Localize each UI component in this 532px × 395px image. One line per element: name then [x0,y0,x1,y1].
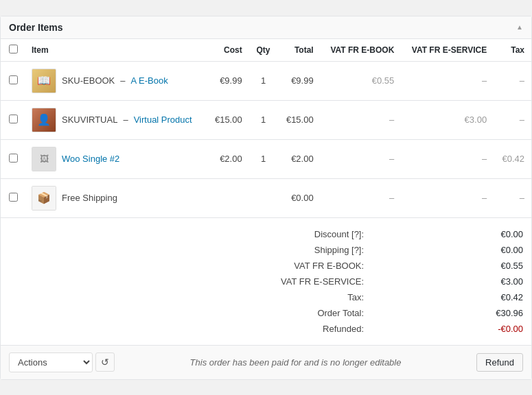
row-cost-2: €2.00 [206,139,248,178]
actions-select[interactable]: ActionsDelete item(s)Cancel item(s) [9,352,93,372]
row-vat-eservice-3: – [401,178,494,217]
select-all-checkbox[interactable] [9,45,18,53]
totals-row: Discount [?]: €0.00 [1,226,531,242]
header-vat-ebook: VAT FR E-BOOK [321,39,402,62]
row-item-0: 📖SKU-EBOOK–A E-Book [25,61,206,100]
row-qty-0: 1 [249,61,278,100]
row-tax-0: – [494,61,531,100]
row-checkbox-3[interactable] [9,193,18,202]
totals-label-1: Shipping [?]: [1,242,372,258]
product-thumb-1: 👤 [32,108,56,132]
totals-table: Discount [?]: €0.00 Shipping [?]: €0.00 … [1,226,531,337]
totals-row: Order Total: €30.96 [1,305,531,321]
totals-label-5: Order Total: [1,305,372,321]
totals-value-6: -€0.00 [372,321,531,337]
item-sku-0: SKU-EBOOK [62,75,115,86]
footer-bar: ActionsDelete item(s)Cancel item(s) ↺ Th… [1,345,531,379]
header-tax: Tax [494,39,531,62]
refund-button[interactable]: Refund [476,353,523,372]
row-vat-eservice-2: – [401,139,494,178]
table-row: 📦Free Shipping €0.00 – – – [1,178,531,217]
row-total-2: €2.00 [277,139,320,178]
header-checkbox-cell [1,39,25,62]
item-link-2[interactable]: Woo Single #2 [62,154,119,164]
row-cost-3 [206,178,248,217]
totals-row: VAT FR E-BOOK: €0.55 [1,258,531,274]
totals-label-3: VAT FR E-SERVICE: [1,274,372,289]
totals-value-4: €0.42 [372,289,531,305]
row-vat-ebook-1: – [321,100,402,139]
row-vat-eservice-1: €3.00 [401,100,494,139]
totals-value-2: €0.55 [372,258,531,274]
totals-value-1: €0.00 [372,242,531,258]
row-vat-ebook-2: – [321,139,402,178]
totals-label-0: Discount [?]: [1,226,372,242]
totals-row: Tax: €0.42 [1,289,531,305]
row-checkbox-cell-3 [1,178,25,217]
totals-section: Discount [?]: €0.00 Shipping [?]: €0.00 … [1,217,531,345]
collapse-icon[interactable]: ▲ [516,23,523,31]
row-vat-eservice-0: – [401,61,494,100]
reload-button[interactable]: ↺ [95,352,115,372]
item-separator-0: – [120,75,125,86]
header-qty: Qty [249,39,278,62]
row-vat-ebook-3: – [321,178,402,217]
row-checkbox-1[interactable] [9,115,18,123]
item-link-1[interactable]: Virtual Product [134,115,192,125]
table-row: 👤SKUVIRTUAL–Virtual Product €15.00 1 €15… [1,100,531,139]
totals-label-6: Refunded: [1,321,372,337]
product-thumb-0: 📖 [32,69,56,93]
order-items-table: Item Cost Qty Total VAT FR E-BOOK VAT FR… [1,39,531,217]
row-tax-1: – [494,100,531,139]
header-total: Total [277,39,320,62]
item-name-3: Free Shipping [62,193,117,203]
row-qty-3 [249,178,278,217]
footer-message: This order has been paid for and is no l… [120,357,471,368]
table-header-row: Item Cost Qty Total VAT FR E-BOOK VAT FR… [1,39,531,62]
row-item-3: 📦Free Shipping [25,178,206,217]
row-checkbox-cell-1 [1,100,25,139]
order-items-panel: Order Items ▲ Item Cost Qty Total VAT FR… [0,16,532,380]
row-checkbox-0[interactable] [9,75,18,84]
row-total-1: €15.00 [277,100,320,139]
header-item: Item [25,39,206,62]
row-checkbox-cell-2 [1,139,25,178]
row-checkbox-2[interactable] [9,154,18,163]
section-title: Order Items [9,22,63,33]
row-item-1: 👤SKUVIRTUAL–Virtual Product [25,100,206,139]
totals-label-4: Tax: [1,289,372,305]
totals-value-0: €0.00 [372,226,531,242]
header-cost: Cost [206,39,248,62]
row-cost-0: €9.99 [206,61,248,100]
row-tax-2: €0.42 [494,139,531,178]
item-link-0[interactable]: A E-Book [131,75,168,86]
item-sku-1: SKUVIRTUAL [62,115,117,125]
totals-row: Refunded: -€0.00 [1,321,531,337]
actions-select-wrap: ActionsDelete item(s)Cancel item(s) ↺ [9,352,115,372]
table-row: 🖼Woo Single #2 €2.00 1 €2.00 – – €0.42 [1,139,531,178]
totals-label-2: VAT FR E-BOOK: [1,258,372,274]
order-items-table-wrapper: Item Cost Qty Total VAT FR E-BOOK VAT FR… [1,39,531,217]
item-separator-1: – [123,115,128,125]
totals-row: VAT FR E-SERVICE: €3.00 [1,274,531,289]
row-total-3: €0.00 [277,178,320,217]
row-vat-ebook-0: €0.55 [321,61,402,100]
product-thumb-3: 📦 [32,186,56,211]
totals-row: Shipping [?]: €0.00 [1,242,531,258]
row-item-2: 🖼Woo Single #2 [25,139,206,178]
row-checkbox-cell-0 [1,61,25,100]
row-qty-2: 1 [249,139,278,178]
row-cost-1: €15.00 [206,100,248,139]
table-row: 📖SKU-EBOOK–A E-Book €9.99 1 €9.99 €0.55 … [1,61,531,100]
row-qty-1: 1 [249,100,278,139]
totals-value-5: €30.96 [372,305,531,321]
row-tax-3: – [494,178,531,217]
product-thumb-2: 🖼 [32,147,56,171]
totals-value-3: €3.00 [372,274,531,289]
section-header: Order Items ▲ [1,16,531,39]
row-total-0: €9.99 [277,61,320,100]
header-vat-eservice: VAT FR E-SERVICE [401,39,494,62]
